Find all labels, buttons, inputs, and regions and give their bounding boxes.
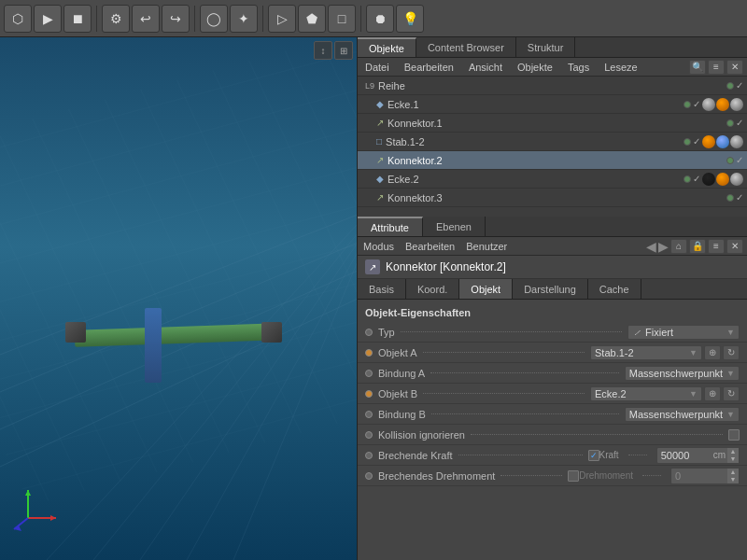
prop-indicator-kollision[interactable] [365,431,373,439]
kraft-input[interactable] [657,449,713,462]
obj-item-ecke1[interactable]: ◆ Ecke.1 ✓ [358,95,747,114]
sub-tab-basis[interactable]: Basis [358,279,406,299]
toolbar-btn-7[interactable]: ◯ [200,5,228,33]
obj-check-konnektor3[interactable]: ✓ [736,192,743,203]
prop-dropdown-bindung-a[interactable]: Massenschwerpunkt ▼ [625,366,740,381]
prop-dropdown-typ[interactable]: ⟋ Fixiert ▼ [627,325,740,340]
kraft-up-arrow[interactable]: ▲ [727,448,739,455]
sub-tabs: Basis Koord. Objekt Darstellung Cache [358,279,747,300]
obj-item-ecke2[interactable]: ◆ Ecke.2 ✓ [358,170,747,189]
om-menu-leseze[interactable]: Leseze [600,62,641,73]
prop-indicator-objekt-a[interactable] [365,349,373,357]
obj-dot-konnektor2[interactable] [726,157,734,164]
om-menu-ansicht[interactable]: Ansicht [465,62,506,73]
om-menu-datei[interactable]: Datei [361,62,393,73]
obj-dot-stab[interactable] [684,138,691,146]
top-toolbar: ⬡ ▶ ⏹ ⚙ ↩ ↪ ◯ ✦ ▷ ⬟ □ ⏺ 💡 [0,0,747,37]
attr-home-icon[interactable]: ⌂ [670,239,687,254]
sub-tab-darstellung[interactable]: Darstellung [513,279,588,299]
obj-item-stab[interactable]: □ Stab.1-2 ✓ [358,133,747,151]
attr-back-icon[interactable]: ◀ [646,239,656,254]
obj-dot-ecke2[interactable] [684,175,691,183]
attr-menu-bearbeiten[interactable]: Bearbeiten [403,241,457,252]
obj-item-reihe[interactable]: L9 Reihe ✓ [358,77,747,95]
obj-dot-konnektor1[interactable] [726,119,734,127]
om-settings-icon[interactable]: ≡ [708,60,725,75]
toolbar-btn-2[interactable]: ▶ [34,5,62,33]
om-close-icon[interactable]: ✕ [726,60,743,75]
tab-objekte[interactable]: Objekte [358,37,416,57]
om-menu-tags[interactable]: Tags [564,62,593,73]
obj-dot-ecke1[interactable] [684,101,691,108]
tab-content-browser[interactable]: Content Browser [416,37,516,57]
toolbar-btn-10[interactable]: ⬟ [298,5,326,33]
attr-lock-icon[interactable]: 🔒 [689,239,706,254]
sub-tab-cache[interactable]: Cache [588,279,641,299]
toolbar-btn-12[interactable]: ⏺ [366,5,394,33]
toolbar-btn-13[interactable]: 💡 [396,5,424,33]
prop-label-bindung-a: Bindung A [378,368,625,379]
prop-label-brechende-kraft: Brechende Kraft [378,450,588,461]
obj-dot-konnektor3[interactable] [726,194,734,202]
drehmoment-input[interactable] [671,469,727,483]
viewport-nav-btn-2[interactable]: ⊞ [334,41,353,60]
prop-dropdown-bindung-b[interactable]: Massenschwerpunkt ▼ [625,407,740,422]
tab-struktur[interactable]: Struktur [516,37,576,57]
objekt-b-clear-icon[interactable]: ↻ [723,386,740,401]
prop-checkbox-kollision[interactable] [728,429,740,441]
toolbar-btn-11[interactable]: □ [328,5,356,33]
prop-indicator-typ[interactable] [365,329,373,336]
prop-dots-brechende-kraft [458,455,583,455]
tab-ebenen[interactable]: Ebenen [423,217,486,236]
toolbar-btn-9[interactable]: ▷ [268,5,296,33]
obj-item-konnektor3[interactable]: ↗ Konnektor.3 ✓ [358,189,747,207]
prop-dropdown-objekt-a[interactable]: Stab.1-2 ▼ [590,345,702,360]
attr-forward-icon[interactable]: ▶ [658,239,669,254]
attr-close-icon[interactable]: ✕ [726,239,743,254]
toolbar-btn-6[interactable]: ↪ [162,5,190,33]
prop-row-brechende-kraft: Brechende Kraft ✓ Kraft cm ▲ ▼ [358,445,747,466]
drehmoment-down-arrow[interactable]: ▼ [727,476,739,483]
obj-controls-reihe: ✓ [726,80,743,91]
om-search-icon[interactable]: 🔍 [689,60,706,75]
prop-checkbox-brechende-kraft[interactable]: ✓ [588,450,599,461]
viewport-nav-btn-1[interactable]: ↕ [314,41,332,60]
obj-item-konnektor1[interactable]: ↗ Konnektor.1 ✓ [358,114,747,133]
attr-settings-icon[interactable]: ≡ [708,239,725,254]
attr-menu-modus[interactable]: Modus [361,241,396,252]
prop-label-bindung-b: Bindung B [378,409,625,420]
toolbar-btn-3[interactable]: ⏹ [63,5,92,33]
toolbar-sep-3 [262,6,263,32]
toolbar-btn-8[interactable]: ✦ [230,5,258,33]
objekt-a-link-icon[interactable]: ⊕ [704,345,721,360]
drehmoment-up-arrow[interactable]: ▲ [727,469,739,476]
prop-indicator-objekt-b[interactable] [365,390,373,398]
sub-tab-objekt[interactable]: Objekt [459,279,513,299]
om-menu-objekte[interactable]: Objekte [514,62,557,73]
obj-item-konnektor2[interactable]: ↗ Konnektor.2 ✓ [358,151,747,170]
obj-check-konnektor2[interactable]: ✓ [736,155,743,165]
sub-tab-koord[interactable]: Koord. [406,279,459,299]
prop-indicator-bindung-b[interactable] [365,411,373,418]
obj-check-konnektor1[interactable]: ✓ [736,118,743,128]
objekt-b-link-icon[interactable]: ⊕ [704,386,721,401]
attr-menu-benutzer[interactable]: Benutzer [464,241,509,252]
obj-check-ecke2[interactable]: ✓ [693,174,700,184]
prop-indicator-drehmoment[interactable] [365,472,373,480]
prop-checkbox-drehmoment[interactable] [568,470,579,482]
kraft-down-arrow[interactable]: ▼ [727,455,739,463]
tab-attribute[interactable]: Attribute [358,217,423,236]
obj-sphere-2-ecke2 [716,173,729,186]
obj-check-ecke1[interactable]: ✓ [693,99,700,109]
obj-dot-reihe[interactable] [726,82,734,90]
om-menu-bearbeiten[interactable]: Bearbeiten [401,62,458,73]
objekt-a-clear-icon[interactable]: ↻ [723,345,740,360]
prop-dropdown-objekt-b[interactable]: Ecke.2 ▼ [590,386,702,401]
prop-indicator-bindung-a[interactable] [365,370,373,377]
prop-indicator-brechende-kraft[interactable] [365,452,373,459]
obj-check-stab[interactable]: ✓ [693,136,700,147]
toolbar-btn-5[interactable]: ↩ [132,5,160,33]
toolbar-btn-1[interactable]: ⬡ [4,5,32,33]
obj-check-reihe[interactable]: ✓ [736,80,743,91]
toolbar-btn-4[interactable]: ⚙ [102,5,130,33]
